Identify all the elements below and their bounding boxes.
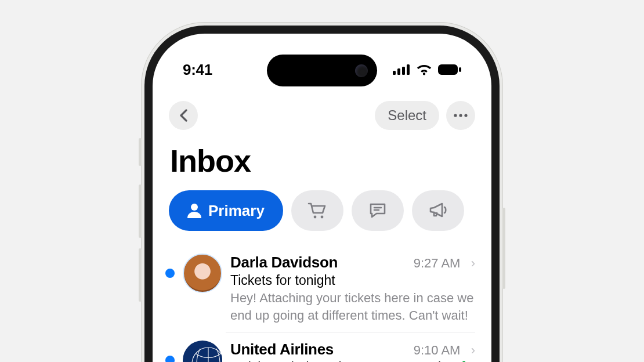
- svg-rect-5: [459, 67, 461, 72]
- svg-rect-3: [407, 64, 410, 75]
- svg-point-10: [313, 216, 316, 219]
- ellipsis-icon: [454, 114, 468, 117]
- mute-switch: [139, 138, 142, 166]
- shopping-badge: [462, 360, 475, 362]
- cellular-icon: [393, 64, 410, 75]
- avatar: [183, 254, 222, 293]
- nav-bar: Select: [169, 101, 475, 130]
- unread-dot: [165, 356, 175, 362]
- tab-promotions[interactable]: [412, 190, 464, 231]
- dynamic-island: [267, 55, 377, 86]
- battery-icon: [438, 64, 461, 75]
- more-button[interactable]: [446, 101, 475, 130]
- tab-conversations[interactable]: [352, 190, 404, 231]
- svg-point-9: [191, 204, 198, 211]
- message-subject: Tickets for tonight: [230, 273, 475, 288]
- select-button[interactable]: Select: [375, 101, 439, 130]
- volume-up-button: [139, 184, 142, 238]
- screen: 9:41 Select: [153, 34, 491, 362]
- person-icon: [187, 203, 201, 218]
- category-tabs: Primary: [169, 190, 475, 231]
- svg-rect-4: [438, 64, 458, 75]
- chat-icon: [368, 202, 387, 219]
- page-title: Inbox: [170, 143, 475, 179]
- wifi-icon: [416, 64, 432, 75]
- volume-down-button: [139, 248, 142, 302]
- chevron-right-icon: ›: [464, 256, 475, 270]
- tab-shopping[interactable]: [291, 190, 343, 231]
- cart-icon: [307, 202, 327, 219]
- svg-rect-1: [397, 68, 400, 75]
- svg-point-11: [320, 216, 323, 219]
- message-time: 9:27 AM ›: [414, 256, 475, 271]
- status-time: 9:41: [183, 61, 212, 79]
- message-preview: Hey! Attaching your tickets here in case…: [230, 289, 475, 324]
- svg-rect-0: [393, 71, 396, 75]
- megaphone-icon: [428, 202, 448, 219]
- chevron-left-icon: [179, 109, 187, 122]
- message-sender: United Airlines: [230, 341, 334, 359]
- side-button: [502, 208, 505, 289]
- message-sender: Darla Davidson: [230, 254, 338, 272]
- message-row[interactable]: Darla Davidson 9:27 AM › Tickets for ton…: [169, 245, 475, 332]
- svg-point-7: [459, 114, 462, 117]
- svg-point-6: [454, 114, 457, 117]
- message-subject: Quick reminders about your upcoming…: [230, 360, 457, 362]
- back-button[interactable]: [169, 101, 198, 130]
- tab-primary[interactable]: Primary: [169, 190, 283, 231]
- svg-rect-2: [402, 67, 405, 75]
- message-row[interactable]: United Airlines 9:10 AM › Quick reminder…: [226, 332, 475, 362]
- chevron-right-icon: ›: [464, 343, 475, 357]
- phone-frame: 9:41 Select: [141, 22, 503, 362]
- unread-dot: [165, 269, 175, 278]
- message-list: Darla Davidson 9:27 AM › Tickets for ton…: [169, 245, 475, 362]
- message-time: 9:10 AM ›: [414, 343, 475, 358]
- svg-point-8: [464, 114, 467, 117]
- avatar: [183, 341, 222, 362]
- tab-primary-label: Primary: [208, 202, 265, 220]
